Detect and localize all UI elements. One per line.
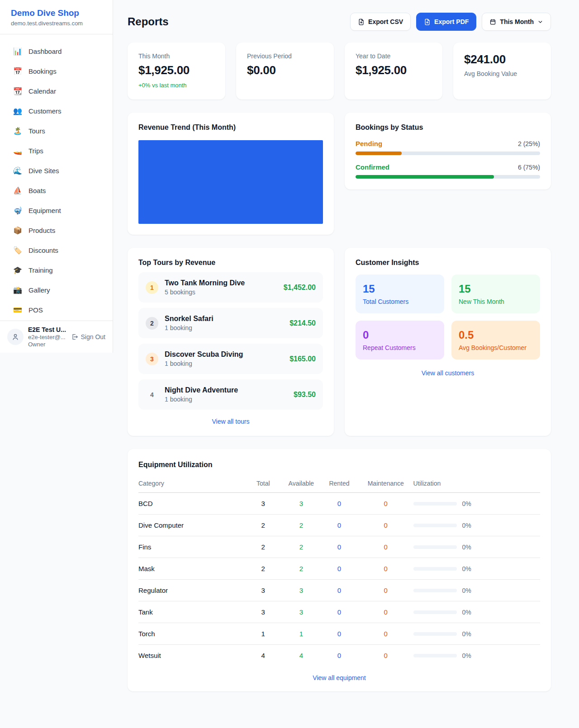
customer-insights-card: Customer Insights 15 Total Customers 15 …	[345, 248, 551, 436]
insight-value: 15	[363, 283, 437, 295]
view-all-tours-link[interactable]: View all tours	[138, 418, 323, 425]
tour-name: Two Tank Morning Dive	[165, 279, 245, 287]
insight-label: Repeat Customers	[363, 344, 437, 351]
status-bar-track	[356, 151, 540, 155]
sidebar-item-training[interactable]: 🎓 Training	[5, 262, 107, 278]
table-row: Wetsuit 4 4 0 0 0%	[138, 645, 540, 667]
tour-row[interactable]: 1 Two Tank Morning Dive 5 bookings $1,45…	[138, 272, 323, 303]
cell-available: 1	[282, 623, 320, 645]
status-row-confirmed: Confirmed 6 (75%)	[356, 163, 540, 179]
cell-maintenance: 0	[358, 493, 413, 515]
user-meta: E2E Test U... e2e-tester@... Owner	[28, 326, 66, 348]
col-available: Available	[282, 475, 320, 493]
stat-value: $0.00	[247, 63, 323, 77]
sidebar-item-tours[interactable]: 🏝️ Tours	[5, 123, 107, 139]
tour-revenue: $214.50	[290, 319, 316, 327]
insight-tile-new-this-month: 15 New This Month	[451, 274, 540, 313]
status-count: 6 (75%)	[518, 164, 540, 171]
cell-rented: 0	[320, 623, 358, 645]
sidebar-item-dashboard[interactable]: 📊 Dashboard	[5, 43, 107, 59]
status-row-pending: Pending 2 (25%)	[356, 140, 540, 155]
stat-value: $1,925.00	[356, 63, 432, 77]
sidebar-item-trips[interactable]: 🚤 Trips	[5, 143, 107, 159]
utilization-bar-track	[413, 502, 457, 506]
sidebar-item-customers[interactable]: 👥 Customers	[5, 103, 107, 119]
insight-label: New This Month	[459, 298, 533, 305]
sidebar-item-label: Training	[28, 266, 53, 274]
cell-available: 2	[282, 558, 320, 580]
sidebar-item-equipment[interactable]: 🤿 Equipment	[5, 203, 107, 218]
tour-row[interactable]: 2 Snorkel Safari 1 booking $214.50	[138, 308, 323, 338]
rank-badge: 4	[146, 388, 158, 401]
people-icon: 👥	[13, 108, 23, 115]
utilization-percent: 0%	[462, 522, 471, 529]
sidebar-item-gallery[interactable]: 📸 Gallery	[5, 282, 107, 298]
utilization-bar-track	[413, 524, 457, 527]
sidebar: Demo Dive Shop demo.test.divestreams.com…	[0, 0, 113, 353]
sidebar-item-products[interactable]: 📦 Products	[5, 222, 107, 238]
person-icon	[11, 333, 19, 341]
col-maintenance: Maintenance	[358, 475, 413, 493]
shop-domain: demo.test.divestreams.com	[11, 20, 102, 27]
cell-available: 4	[282, 645, 320, 667]
tour-row[interactable]: 3 Discover Scuba Diving 1 booking $165.0…	[138, 344, 323, 374]
status-label: Confirmed	[356, 163, 389, 171]
insight-value: 0.5	[459, 329, 533, 341]
sign-out-button[interactable]: Sign Out	[71, 333, 105, 340]
stat-label: Avg Booking Value	[464, 70, 540, 77]
top-tours-card: Top Tours by Revenue 1 Two Tank Morning …	[128, 248, 334, 436]
sidebar-item-discounts[interactable]: 🏷️ Discounts	[5, 242, 107, 258]
cell-category: BCD	[138, 493, 244, 515]
bookings-by-status-title: Bookings by Status	[356, 123, 540, 132]
insight-label: Total Customers	[363, 298, 437, 305]
cell-maintenance: 0	[358, 536, 413, 558]
camera-flash-icon: 📸	[13, 287, 23, 294]
cell-total: 3	[244, 493, 282, 515]
col-total: Total	[244, 475, 282, 493]
utilization-bar-track	[413, 654, 457, 657]
tag-icon: 🏷️	[13, 247, 23, 254]
sidebar-item-pos[interactable]: 💳 POS	[5, 302, 107, 318]
export-pdf-button[interactable]: Export PDF	[416, 13, 476, 31]
sidebar-item-label: Trips	[28, 147, 43, 155]
cell-category: Torch	[138, 623, 244, 645]
stat-label: Year to Date	[356, 52, 432, 60]
sidebar-user-section: E2E Test U... e2e-tester@... Owner Sign …	[0, 321, 113, 353]
revenue-trend-chart	[138, 140, 323, 224]
main-content: Reports Export CSV Export PDF	[113, 0, 579, 709]
tour-revenue: $165.00	[290, 355, 316, 363]
island-icon: 🏝️	[13, 128, 23, 135]
calendar-date-icon: 📅	[13, 68, 23, 75]
sidebar-item-label: Dive Sites	[28, 167, 59, 175]
sidebar-item-dive-sites[interactable]: 🌊 Dive Sites	[5, 163, 107, 179]
bar-chart-icon: 📊	[13, 48, 23, 55]
view-all-equipment-link[interactable]: View all equipment	[138, 674, 540, 681]
sidebar-item-calendar[interactable]: 📆 Calendar	[5, 83, 107, 99]
sidebar-item-boats[interactable]: ⛵ Boats	[5, 183, 107, 199]
revenue-trend-card: Revenue Trend (This Month)	[128, 113, 334, 235]
customer-insights-title: Customer Insights	[356, 259, 540, 267]
insight-tile-repeat-customers: 0 Repeat Customers	[356, 321, 444, 359]
table-row: BCD 3 3 0 0 0%	[138, 493, 540, 515]
stat-card-avg-booking-value: $241.00 Avg Booking Value	[453, 43, 551, 99]
cell-category: Mask	[138, 558, 244, 580]
cell-total: 1	[244, 623, 282, 645]
export-csv-button[interactable]: Export CSV	[350, 13, 411, 31]
graduation-cap-icon: 🎓	[13, 267, 23, 274]
wave-icon: 🌊	[13, 167, 23, 175]
sidebar-item-label: Boats	[28, 187, 46, 194]
tour-row[interactable]: 4 Night Dive Adventure 1 booking $93.50	[138, 379, 323, 410]
utilization-percent: 0%	[462, 652, 471, 659]
cell-category: Fins	[138, 536, 244, 558]
cell-maintenance: 0	[358, 623, 413, 645]
col-category: Category	[138, 475, 244, 493]
table-row: Mask 2 2 0 0 0%	[138, 558, 540, 580]
sidebar-item-bookings[interactable]: 📅 Bookings	[5, 63, 107, 79]
status-bar-track	[356, 175, 540, 179]
period-dropdown[interactable]: This Month	[482, 13, 551, 31]
cell-available: 3	[282, 601, 320, 623]
logout-icon	[71, 333, 78, 340]
view-all-customers-link[interactable]: View all customers	[356, 369, 540, 377]
insight-value: 0	[363, 329, 437, 341]
sidebar-item-label: Customers	[28, 107, 62, 115]
